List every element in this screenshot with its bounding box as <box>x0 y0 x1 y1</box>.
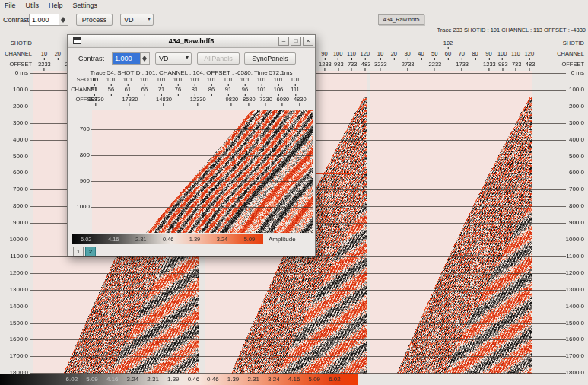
dialog-shotid-value: 101 <box>207 77 217 83</box>
channel-tick-label: 90 <box>321 51 327 57</box>
menu-item-settings[interactable]: Settings <box>73 2 98 9</box>
dialog-display-mode-value: VD <box>159 55 169 62</box>
dialog-channel-value: 56 <box>108 87 114 93</box>
syncpanels-button[interactable]: SyncPanels <box>244 52 296 65</box>
dialog-display-mode-dropdown[interactable]: VD ▾ <box>155 52 192 65</box>
maximize-icon[interactable]: □ <box>291 37 301 46</box>
dialog-contrast-spinbox[interactable]: 1.000 <box>112 52 150 65</box>
dialog-contrast-value[interactable]: 1.000 <box>113 53 140 64</box>
dialog-channel-value: 76 <box>175 87 181 93</box>
offset-tick-label: -1233 <box>482 62 496 68</box>
offset-tick-label: -983 <box>332 62 344 68</box>
colorbar-tick-label: -5.09 <box>84 377 98 383</box>
dialog-colorbar-tick-label: 1.39 <box>189 237 201 243</box>
dialog-spinner-arrows-icon[interactable] <box>140 53 149 64</box>
dialog-page-tab-2[interactable]: 2 <box>85 247 96 256</box>
channel-tick-label: 10 <box>41 51 47 57</box>
display-mode-dropdown[interactable]: VD ▾ <box>120 14 154 26</box>
time-gridline <box>30 290 566 291</box>
dialog-channel-value: 106 <box>274 87 284 93</box>
dialog-colorbar-tick-label: 5.09 <box>244 237 256 243</box>
contrast-label: Contrast <box>3 16 29 24</box>
menubar: FileUtilsHelpSettings <box>0 0 588 11</box>
time-label-right: 1700.0 <box>532 353 584 359</box>
allpanels-button[interactable]: AllPanels <box>197 52 240 65</box>
time-label-left: 1600.0 <box>0 336 28 342</box>
colorbar-tick-label: 2.31 <box>247 377 259 383</box>
spinner-arrows-icon[interactable] <box>59 14 68 25</box>
channel-tick-label: 120 <box>361 51 370 57</box>
channel-tick-label: 120 <box>525 51 535 57</box>
dialog-offset-row-label: OFFSET <box>68 97 98 103</box>
colorbar-tick-label: 4.16 <box>288 377 300 383</box>
dialog-titlebar[interactable]: 434_Raw.hdf5 – □ × <box>68 35 315 48</box>
dialog-channel-value: 101 <box>257 87 267 93</box>
amplitude-label: Amplitude <box>269 236 296 243</box>
offset-tick-label: -733 <box>510 62 521 68</box>
dialog-offset-value: -12330 <box>188 97 205 103</box>
colorbar-tick-label: 5.09 <box>308 377 320 383</box>
colorbar-tick-label: -1.39 <box>165 377 179 383</box>
offset-tick-label: -1233 <box>317 62 332 68</box>
offset-tick-label: -483 <box>523 62 535 68</box>
time-label-right: 1100.0 <box>532 253 584 259</box>
dialog-time-label: 800 <box>68 152 90 158</box>
time-label-left: 1200.0 <box>0 270 28 276</box>
time-label-right: 700.0 <box>532 186 584 192</box>
time-gridline <box>30 273 566 274</box>
minimize-icon[interactable]: – <box>278 37 289 46</box>
dialog-time-label: 900 <box>68 178 90 184</box>
menu-item-file[interactable]: File <box>5 2 16 9</box>
close-icon[interactable]: × <box>303 37 313 46</box>
dialog-offset-value: -9830 <box>224 97 238 103</box>
menu-item-help[interactable]: Help <box>49 2 63 9</box>
dialog-offset-value: -17330 <box>120 97 138 103</box>
time-label-left: 1300.0 <box>0 287 28 293</box>
contrast-value[interactable]: 1.000 <box>30 14 59 25</box>
trace-status-readout: Trace 233 SHOTID : 101 CHANNEL : 113 OFF… <box>437 27 586 33</box>
channel-tick-label: 110 <box>347 51 356 57</box>
time-label-left: 100.0 <box>0 87 28 93</box>
colorbar-tick-label: -6.02 <box>64 377 78 383</box>
dialog-page-tab-1[interactable]: 1 <box>73 247 84 256</box>
time-label-left: 800.0 <box>0 203 28 209</box>
dialog-contrast-label: Contrast <box>78 55 104 62</box>
seismic-viewer-app: FileUtilsHelpSettings Contrast 1.000 Pro… <box>0 0 588 385</box>
time-label-right: 0 ms <box>532 70 584 76</box>
colorbar-tick-label: 1.39 <box>227 377 240 383</box>
menu-item-utils[interactable]: Utils <box>26 2 40 9</box>
time-gridline <box>30 256 566 257</box>
time-label-right: 1500.0 <box>532 320 584 326</box>
colorbar-tick-label: 0.46 <box>207 377 219 383</box>
process-button[interactable]: Process <box>76 14 113 26</box>
dialog-colorbar-tick-label: -2.31 <box>133 237 146 243</box>
dialog-shotid-value: 101 <box>240 77 250 83</box>
dialog-channel-value: 111 <box>291 87 299 93</box>
dialog-shotid-value: 101 <box>173 77 183 83</box>
dialog-shotid-value: 101 <box>224 77 234 83</box>
time-gridline <box>30 307 566 307</box>
dialog-seismic-canvas[interactable] <box>92 110 313 233</box>
dialog-channel-value: 86 <box>208 87 215 93</box>
time-label-right: 200.0 <box>532 103 584 110</box>
axis-row-label-right: SHOTID <box>532 40 584 46</box>
time-label-right: 100.0 <box>532 87 584 93</box>
channel-tick-label: 100 <box>497 51 507 57</box>
dialog-trace-status: Trace 54, SHOTID : 101, CHANNEL : 104, O… <box>68 69 315 76</box>
dialog-colorbar-tick-label: -6.02 <box>78 237 91 243</box>
dialog-colorbar-tick-label: -4.16 <box>106 237 119 243</box>
channel-tick-label: 10 <box>377 51 383 57</box>
dialog-channel-value: 81 <box>192 87 198 93</box>
colorbar-tick-label: -3.24 <box>125 377 138 383</box>
time-label-right: 1600.0 <box>532 336 584 342</box>
time-label-left: 1100.0 <box>0 253 28 259</box>
dialog-shotid-value: 101 <box>274 77 284 83</box>
dialog-channel-value: 61 <box>125 87 131 93</box>
contrast-spinbox[interactable]: 1.000 <box>29 14 68 26</box>
dialog-colorbar-tick-label: -0.46 <box>161 237 173 243</box>
document-tab[interactable]: 434_Raw.hdf5 <box>378 14 424 25</box>
dialog-time-label: 700 <box>68 126 90 132</box>
dialog-shotid-value: 101 <box>123 77 133 83</box>
time-label-right: 1300.0 <box>532 287 584 293</box>
time-gridline <box>30 323 566 324</box>
